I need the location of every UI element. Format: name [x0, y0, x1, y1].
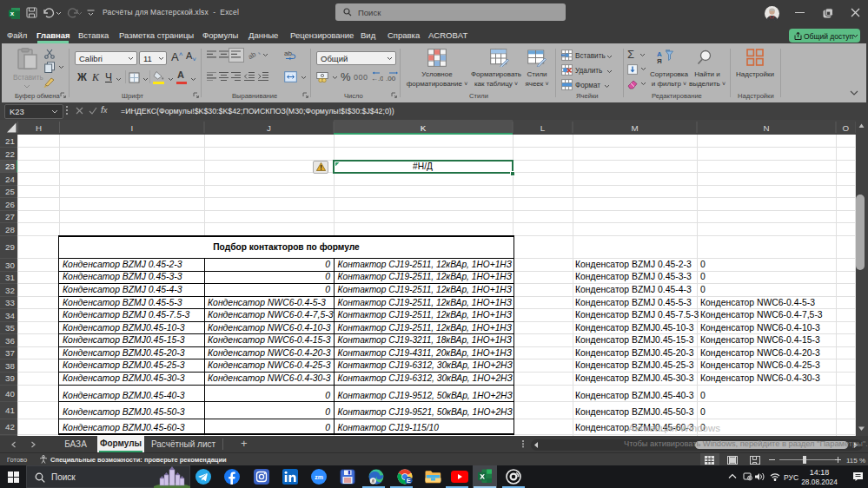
svg-text:36: 36	[5, 336, 15, 346]
svg-text:32: 32	[5, 286, 15, 295]
svg-text:42: 42	[5, 422, 15, 432]
svg-text:K: K	[421, 123, 427, 133]
svg-text:H: H	[36, 123, 42, 133]
svg-text:39: 39	[5, 373, 15, 383]
svg-text:28: 28	[5, 225, 15, 234]
svg-text:21: 21	[5, 136, 15, 146]
svg-text:37: 37	[5, 348, 15, 358]
svg-text:Я: Я	[657, 57, 662, 64]
svg-text:←.0: ←.0	[371, 75, 383, 82]
svg-text:ab: ab	[248, 50, 258, 60]
svg-text:26: 26	[5, 200, 15, 209]
svg-text:34: 34	[5, 311, 15, 320]
svg-text:38: 38	[5, 361, 15, 371]
svg-text:31: 31	[5, 273, 15, 282]
svg-text:x: x	[10, 10, 15, 17]
svg-text:40: 40	[5, 389, 15, 399]
svg-text:I: I	[130, 123, 133, 133]
svg-text:22: 22	[5, 149, 15, 159]
svg-text:ab: ab	[284, 49, 292, 57]
svg-text:41: 41	[5, 406, 15, 415]
svg-text:O: O	[842, 123, 849, 133]
svg-text:24: 24	[5, 175, 15, 184]
svg-text:zm: zm	[315, 474, 323, 480]
svg-text:M: M	[631, 123, 638, 133]
svg-text:J: J	[267, 123, 271, 133]
svg-text:L: L	[540, 123, 546, 133]
svg-text:25: 25	[5, 187, 15, 196]
svg-text:33: 33	[5, 298, 15, 307]
svg-text:E: E	[407, 477, 411, 485]
svg-text:27: 27	[5, 212, 15, 221]
svg-text:N: N	[763, 123, 769, 133]
svg-text:23: 23	[5, 162, 15, 171]
svg-text:30: 30	[5, 260, 15, 270]
svg-text:29: 29	[5, 242, 15, 252]
svg-text:35: 35	[5, 323, 15, 333]
svg-text:.00: .00	[386, 75, 396, 82]
